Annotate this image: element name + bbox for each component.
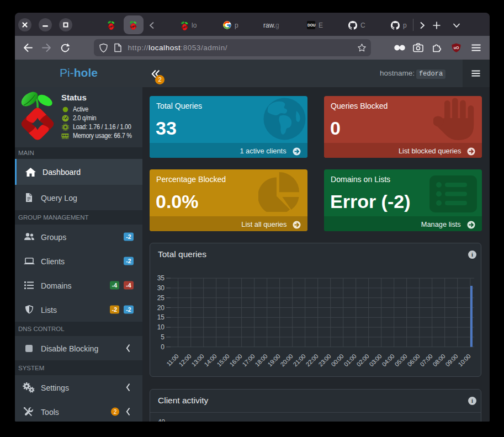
svg-text:23:00: 23:00	[317, 353, 332, 367]
svg-text:15:00: 15:00	[216, 353, 231, 367]
svg-text:05:00: 05:00	[394, 353, 408, 367]
svg-text:i: i	[471, 398, 473, 404]
svg-text:25: 25	[157, 294, 165, 302]
svg-text:20:00: 20:00	[279, 353, 294, 367]
svg-text:15: 15	[157, 313, 165, 321]
svg-text:22:00: 22:00	[305, 353, 320, 367]
svg-text:5: 5	[161, 333, 165, 341]
svg-text:13:00: 13:00	[190, 353, 205, 367]
svg-text:30: 30	[157, 284, 165, 292]
svg-text:06:00: 06:00	[406, 353, 421, 367]
svg-text:i: i	[471, 252, 473, 258]
svg-text:18:00: 18:00	[254, 353, 269, 367]
svg-text:10: 10	[157, 323, 165, 331]
svg-text:03:00: 03:00	[368, 353, 383, 367]
svg-text:10:00: 10:00	[457, 353, 472, 367]
svg-text:17:00: 17:00	[241, 353, 256, 367]
svg-text:20: 20	[157, 304, 165, 312]
svg-text:08:00: 08:00	[432, 353, 447, 367]
svg-text:16:00: 16:00	[229, 353, 243, 367]
svg-text:07:00: 07:00	[419, 353, 434, 367]
svg-text:14:00: 14:00	[203, 353, 218, 367]
svg-text:00:00: 00:00	[330, 353, 345, 367]
svg-text:0: 0	[161, 343, 165, 351]
svg-text:09:00: 09:00	[444, 353, 459, 367]
svg-text:12:00: 12:00	[178, 353, 193, 367]
svg-text:19:00: 19:00	[267, 353, 282, 367]
svg-text:04:00: 04:00	[381, 353, 396, 367]
svg-text:01:00: 01:00	[343, 353, 358, 367]
svg-text:11:00: 11:00	[165, 353, 179, 367]
svg-text:uO: uO	[454, 46, 459, 50]
svg-text:21:00: 21:00	[292, 353, 307, 367]
svg-text:02:00: 02:00	[356, 353, 370, 367]
svg-text:35: 35	[157, 274, 165, 282]
